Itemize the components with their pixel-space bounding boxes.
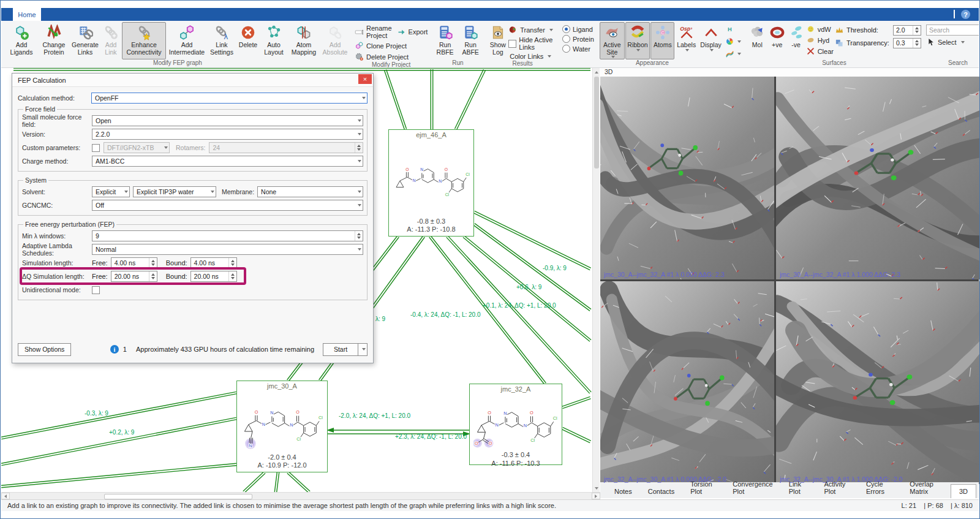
run-abfe-button[interactable]: Run ABFE [458, 22, 483, 59]
tab-notes[interactable]: Notes [606, 485, 640, 498]
positive-surface-button[interactable]: +ve [768, 22, 786, 59]
scroll-down-icon[interactable] [593, 484, 600, 492]
color-wheel-button[interactable] [724, 36, 742, 47]
dialog-titlebar[interactable]: FEP Calculation × [12, 74, 373, 87]
show-log-button[interactable]: Show Log [488, 22, 508, 60]
hide-active-links-checkbox[interactable]: Hide Active Links [508, 36, 557, 51]
display-mode-radio-water[interactable]: Water [562, 45, 599, 53]
select-button[interactable]: Select [926, 37, 979, 47]
threshold-spinner[interactable]: 2.0 [893, 25, 921, 36]
display-mode-radio-protein[interactable]: Protein [562, 35, 599, 43]
close-icon[interactable]: × [358, 74, 372, 84]
delete-project-button[interactable]: Delete Project [355, 52, 428, 61]
3d-quadrant-2[interactable]: jmc_30_A--jmc_32_A #1 λ 1.000 ΔΔG: 2.3 [776, 77, 980, 279]
custom-parameters-checkbox[interactable] [92, 144, 100, 152]
display-mode-radio-ligand[interactable]: Ligand [562, 25, 599, 33]
ribbon-style-button[interactable]: Ribbon [625, 22, 650, 59]
scroll-up-icon[interactable] [593, 68, 600, 76]
horizontal-scroll-thumb[interactable] [104, 494, 252, 499]
active-site-button[interactable]: Active Site [600, 22, 625, 59]
3d-quadrant-3[interactable]: jmc_32_A--jmc_30_A #1 λ 0.000 ΔΔG: -2.0 [600, 281, 774, 484]
graph-vertical-scrollbar[interactable] [592, 68, 600, 492]
atom-mapping-button[interactable]: Atom Mapping [288, 22, 320, 59]
svg-text:Osp³: Osp³ [680, 26, 693, 32]
graph-horizontal-scrollbar[interactable] [1, 492, 600, 499]
small-molecule-force-field-select[interactable]: Open [92, 115, 363, 126]
fep-calculation-dialog: FEP Calculation × Calculation method: Op… [12, 73, 374, 363]
ribbon-collapse-icon[interactable] [954, 11, 955, 18]
solvent-mode-select[interactable]: Explicit [92, 186, 130, 197]
simulation-length-free-spinner[interactable]: 4.00 ns [111, 257, 157, 268]
start-button[interactable]: Start [323, 343, 358, 356]
hydrogens-button[interactable]: H [724, 24, 742, 34]
scroll-left-icon[interactable] [1, 493, 10, 499]
vdw-surface-button[interactable]: vdW [806, 25, 834, 34]
system-group: System Solvent: Explicit Explicit TIP3P … [18, 176, 368, 216]
tab-home[interactable]: Home [13, 8, 41, 21]
mol-surface-button[interactable]: Mol [747, 22, 767, 59]
display-button[interactable]: Display [698, 22, 723, 59]
change-protein-button[interactable]: Change Protein [38, 22, 70, 59]
generate-links-button[interactable]: Generate Links [70, 22, 100, 59]
scroll-right-icon[interactable] [592, 493, 600, 499]
edge-label: λ: 9 [375, 316, 385, 322]
edge-label: -0.9, λ: 9 [543, 265, 567, 271]
negative-surface-button[interactable]: -ve [787, 22, 805, 59]
min-lambda-windows-spinner[interactable]: 9 [92, 230, 363, 241]
clear-surfaces-button[interactable]: Clear [806, 47, 834, 56]
transparency-spinner[interactable]: 0.3 [893, 38, 921, 48]
graph-node-jmc_30_A[interactable]: jmc_30_AONNNOClClN-2.0 ± 0.4A: -10.9 P: … [236, 381, 328, 472]
tab-3d[interactable]: 3D [951, 484, 976, 498]
radio-icon[interactable] [562, 25, 570, 33]
tab-convergence-plot[interactable]: Convergence Plot [725, 478, 781, 498]
radio-icon[interactable] [562, 35, 570, 43]
delete-button[interactable]: Delete [236, 22, 260, 59]
add-ligands-button[interactable]: Add Ligands [6, 22, 37, 59]
dq-simulation-length-bound-spinner[interactable]: 20.00 ns [190, 271, 237, 282]
atoms-button[interactable]: C Atoms [650, 22, 674, 59]
run-rbfe-button[interactable]: Run RBFE [432, 22, 458, 59]
3d-quadrant-1[interactable]: jmc_30_A--jmc_32_A #1 λ 0.000 ΔΔG: 2.3 [600, 77, 774, 279]
help-icon[interactable]: ? [961, 10, 970, 19]
color-links-button[interactable]: Color Links [508, 53, 557, 60]
membrane-select[interactable]: None [257, 186, 363, 197]
custom-parameters-method-select: DFT//GFN2-xTB [104, 142, 170, 153]
rename-project-button[interactable]: Rename Project [355, 25, 392, 39]
radio-icon[interactable] [562, 45, 570, 53]
adaptive-lambda-schedules-select[interactable]: Normal [92, 244, 363, 255]
radio-label: Ligand [573, 26, 593, 33]
unidirectional-mode-checkbox[interactable] [92, 286, 100, 294]
checkbox-icon[interactable] [508, 40, 516, 48]
group-label: Surfaces [747, 59, 921, 67]
3d-quadrant-4[interactable]: jmc_32_A--jmc_30_A #1 λ 1.000 ΔΔG: -2.0 [776, 281, 980, 484]
clone-project-button[interactable]: Clone Project [355, 41, 428, 50]
transfer-button[interactable]: Transfer [508, 25, 557, 34]
info-count: 1 [123, 346, 127, 353]
start-dropdown-button[interactable] [358, 343, 368, 356]
link-settings-button[interactable]: λLink Settings [208, 22, 236, 59]
charge-method-select[interactable]: AM1-BCC [92, 156, 363, 167]
tab-contacts[interactable]: Contacts [640, 485, 682, 498]
tab-overlap-matrix[interactable]: Overlap Matrix [902, 478, 951, 498]
solvent-model-select[interactable]: Explicit TIP3P water [133, 186, 216, 197]
simulation-length-bound-spinner[interactable]: 4.00 ns [190, 257, 237, 268]
style-brush-button[interactable] [724, 48, 742, 59]
add-intermediate-button[interactable]: Add Intermediate [167, 22, 207, 59]
calculation-method-select[interactable]: OpenFF [91, 93, 368, 104]
labels-button[interactable]: Osp³ Labels [675, 22, 698, 59]
export-button[interactable]: Export [397, 28, 428, 37]
auto-layout-button[interactable]: Auto Layout [260, 22, 287, 59]
dq-simulation-length-free-spinner[interactable]: 20.00 ns [111, 271, 157, 282]
hyd-surface-button[interactable]: Hyd [806, 36, 834, 45]
edge-label: +0.6, λ: 9 [516, 284, 541, 290]
version-select[interactable]: 2.2.0 [92, 129, 363, 140]
graph-node-ejm_46_A[interactable]: ejm_46_AONNNOClCl-0.8 ± 0.3A: -11.3 P: -… [388, 129, 474, 237]
enhance-connectivity-button[interactable]: Enhance Connectivity [122, 22, 166, 59]
gcncmc-select[interactable]: Off [92, 200, 363, 211]
fep-graph-canvas[interactable]: ejm_46_AONNNOClCl-0.8 ± 0.3A: -11.3 P: -… [1, 68, 592, 492]
show-options-button[interactable]: Show Options [18, 343, 71, 356]
graph-node-jmc_32_A[interactable]: jmc_32_AONNNOClClOO-0.3 ± 0.4A: -11.6 P:… [469, 384, 562, 465]
vertical-scroll-thumb[interactable] [594, 77, 599, 169]
transparency-label: Transparency: [846, 39, 891, 47]
search-input[interactable] [926, 25, 979, 36]
